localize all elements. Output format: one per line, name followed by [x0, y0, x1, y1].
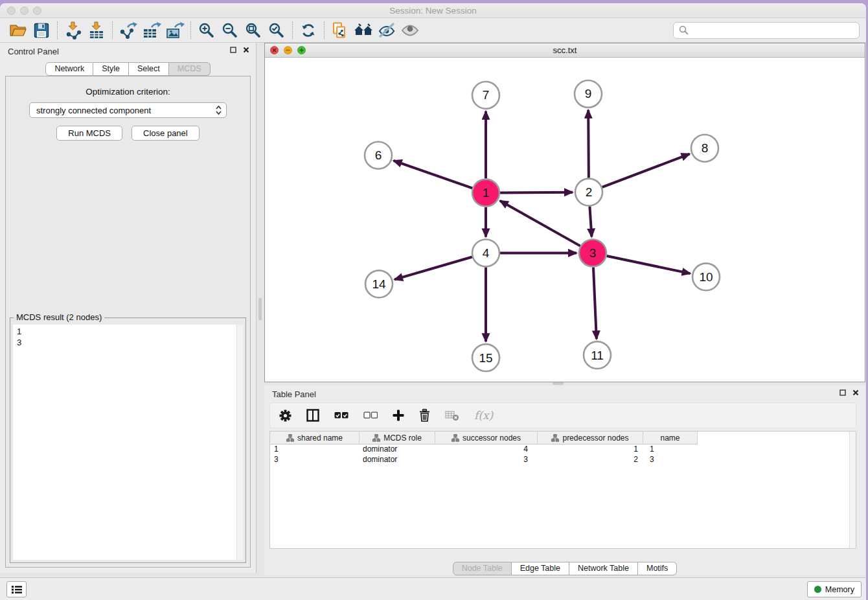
- svg-text:8: 8: [702, 141, 709, 155]
- close-panel-button[interactable]: Close panel: [131, 126, 200, 141]
- table-cell[interactable]: 1: [643, 444, 698, 455]
- edge-2-3[interactable]: [589, 206, 591, 237]
- graph-node-14[interactable]: 14: [365, 270, 393, 297]
- edge-1-2[interactable]: [500, 192, 573, 193]
- svg-text:9: 9: [585, 87, 592, 100]
- edge-3-11[interactable]: [593, 267, 597, 339]
- graph-node-11[interactable]: 11: [584, 341, 611, 369]
- vertical-splitter-handle[interactable]: [258, 298, 262, 320]
- zoom-out-icon[interactable]: [218, 20, 242, 41]
- graph-node-10[interactable]: 10: [692, 263, 720, 290]
- tab-mcds[interactable]: MCDS: [169, 62, 211, 76]
- graph-node-2[interactable]: 2: [575, 179, 602, 206]
- table-cell[interactable]: 3: [435, 455, 538, 465]
- table-cell[interactable]: 3: [643, 455, 698, 465]
- memory-button[interactable]: Memory: [807, 581, 862, 597]
- network-window-title: scc.txt: [265, 45, 865, 55]
- graph-node-7[interactable]: 7: [472, 82, 499, 109]
- column-label: predecessor nodes: [562, 433, 628, 443]
- table-row[interactable]: 1dominator411: [270, 444, 856, 455]
- result-scrollbar[interactable]: [236, 325, 243, 560]
- main-toolbar: [0, 18, 866, 43]
- close-table-panel-icon[interactable]: [852, 389, 859, 396]
- table-cell[interactable]: 1: [538, 444, 643, 455]
- import-table-icon[interactable]: [85, 20, 108, 41]
- float-panel-icon[interactable]: [230, 47, 236, 53]
- delete-table-icon[interactable]: [445, 410, 459, 421]
- tab-motifs[interactable]: Motifs: [638, 562, 677, 575]
- column-header-name[interactable]: name: [643, 432, 698, 444]
- edge-4-14[interactable]: [394, 257, 472, 280]
- create-column-icon[interactable]: [393, 410, 404, 421]
- delete-column-icon[interactable]: [419, 409, 430, 422]
- edge-3-10[interactable]: [607, 256, 691, 273]
- table-cell[interactable]: dominator: [360, 455, 435, 465]
- network-window-titlebar[interactable]: scc.txt: [265, 43, 865, 58]
- export-image-icon[interactable]: [163, 20, 187, 41]
- edge-2-8[interactable]: [602, 154, 690, 187]
- toolbar-separator: [112, 21, 113, 40]
- open-session-icon[interactable]: [6, 20, 30, 41]
- hide-selected-icon[interactable]: [375, 20, 398, 41]
- table-row[interactable]: 3dominator323: [270, 455, 856, 465]
- deselect-all-columns-icon[interactable]: [363, 411, 378, 419]
- show-all-networks-icon[interactable]: [352, 20, 375, 41]
- column-header-shared-name[interactable]: shared name: [270, 432, 360, 444]
- svg-text:11: 11: [591, 349, 604, 362]
- tab-edge-table[interactable]: Edge Table: [512, 562, 569, 575]
- function-builder-icon[interactable]: f(x): [474, 409, 493, 422]
- graph-node-6[interactable]: 6: [365, 142, 392, 169]
- zoom-fit-icon[interactable]: [242, 20, 265, 41]
- tab-style[interactable]: Style: [93, 62, 129, 76]
- show-hidden-icon[interactable]: [398, 20, 422, 41]
- search-field[interactable]: [673, 22, 860, 39]
- graph-node-15[interactable]: 15: [472, 344, 499, 371]
- graph-node-3[interactable]: 3: [579, 239, 606, 266]
- table-cell[interactable]: 3: [270, 455, 360, 465]
- optimization-dropdown[interactable]: strongly connected component: [29, 102, 227, 118]
- save-session-icon[interactable]: [30, 20, 53, 41]
- run-mcds-button[interactable]: Run MCDS: [56, 126, 122, 141]
- column-header-MCDS-role[interactable]: MCDS role: [360, 432, 435, 444]
- zoom-selected-icon[interactable]: [265, 20, 288, 41]
- edge-1-6[interactable]: [394, 161, 473, 188]
- show-task-history-button[interactable]: [6, 581, 27, 597]
- export-network-icon[interactable]: [117, 20, 140, 41]
- float-table-panel-icon[interactable]: [839, 389, 846, 396]
- svg-text:1: 1: [483, 186, 490, 200]
- svg-text:10: 10: [699, 270, 713, 284]
- export-table-icon[interactable]: [140, 20, 163, 41]
- svg-text:2: 2: [586, 185, 593, 199]
- refresh-view-icon[interactable]: [297, 20, 320, 41]
- graph-node-4[interactable]: 4: [472, 239, 499, 266]
- tab-network-table[interactable]: Network Table: [569, 562, 638, 575]
- column-header-successor-nodes[interactable]: successor nodes: [435, 432, 538, 444]
- table-panel-tabs: Node TableEdge TableNetwork TableMotifs: [453, 562, 678, 575]
- search-input[interactable]: [692, 25, 854, 35]
- table-panel: Table Panel f(x) shared nameMCDS rolesuc…: [264, 386, 865, 575]
- new-network-from-selection-icon[interactable]: [328, 20, 352, 41]
- edge-2-9[interactable]: [588, 110, 589, 178]
- column-header-predecessor-nodes[interactable]: predecessor nodes: [538, 432, 643, 444]
- table-cell[interactable]: 1: [270, 444, 360, 455]
- table-settings-gear-icon[interactable]: [279, 410, 291, 422]
- close-panel-icon[interactable]: [243, 47, 249, 53]
- edge-3-1[interactable]: [500, 201, 580, 246]
- graph-node-9[interactable]: 9: [575, 80, 602, 108]
- tab-select[interactable]: Select: [129, 62, 169, 76]
- table-cell[interactable]: 4: [435, 444, 538, 455]
- table-cell[interactable]: dominator: [360, 444, 435, 455]
- network-canvas[interactable]: 7968124314101511: [265, 58, 865, 382]
- mcds-result-list[interactable]: 13: [13, 325, 243, 560]
- table-cell[interactable]: 2: [538, 455, 643, 465]
- column-browser-icon[interactable]: [306, 409, 319, 422]
- graph-node-8[interactable]: 8: [691, 135, 718, 162]
- select-all-columns-icon[interactable]: [334, 411, 348, 419]
- horizontal-splitter-handle[interactable]: [553, 382, 564, 385]
- graph-node-1[interactable]: 1: [472, 179, 499, 207]
- tab-node-table[interactable]: Node Table: [453, 562, 512, 575]
- zoom-in-icon[interactable]: [195, 20, 218, 41]
- import-network-icon[interactable]: [62, 20, 85, 41]
- tab-network[interactable]: Network: [45, 62, 93, 76]
- table-scrollbar[interactable]: [849, 432, 856, 548]
